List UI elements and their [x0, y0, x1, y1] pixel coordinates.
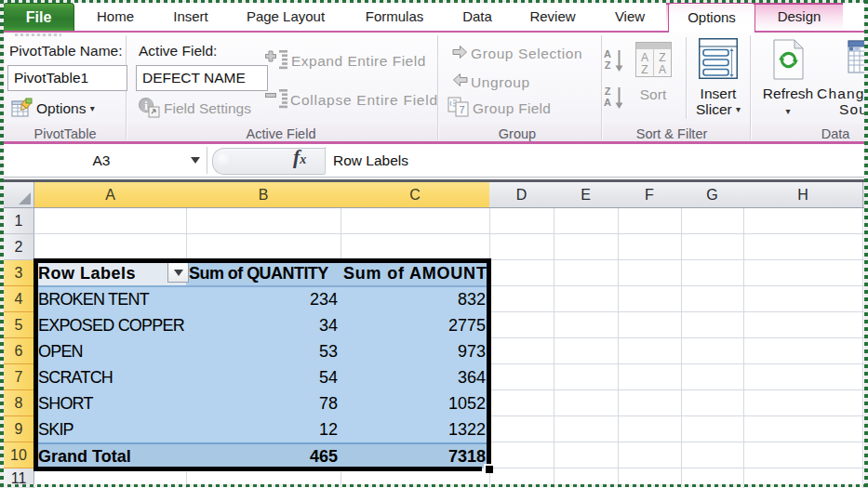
- svg-text:7: 7: [459, 104, 464, 115]
- svg-text:A: A: [641, 51, 648, 64]
- svg-text:i: i: [144, 99, 148, 112]
- svg-text:Z: Z: [641, 63, 648, 76]
- svg-text:A: A: [659, 63, 666, 76]
- svg-text:Z: Z: [605, 86, 611, 97]
- svg-text:Z: Z: [605, 59, 611, 71]
- svg-text:Z: Z: [659, 51, 665, 64]
- svg-text:A: A: [604, 48, 611, 59]
- svg-text:A: A: [604, 97, 611, 108]
